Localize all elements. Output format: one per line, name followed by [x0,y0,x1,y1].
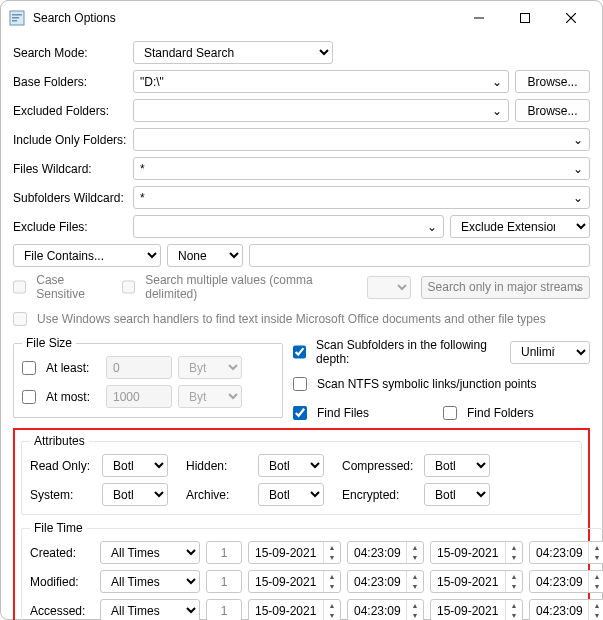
modified-from-time[interactable]: 04:23:09▲▼ [347,570,424,593]
spin-up-icon[interactable]: ▲ [407,542,423,553]
multi-values-label: Search multiple values (comma delimited) [145,273,356,301]
spin-down-icon[interactable]: ▼ [407,553,423,564]
accessed-from-time[interactable]: 04:23:09▲▼ [347,599,424,620]
base-folders-value: "D:\" [140,75,502,89]
subfolders-wildcard-combo[interactable]: * ⌄ [133,186,590,209]
accessed-from-date[interactable]: 15-09-2021▲▼ [248,599,341,620]
base-folders-label: Base Folders: [13,75,133,89]
at-least-label: At least: [46,361,89,375]
spin-up-icon[interactable]: ▲ [407,571,423,582]
created-from-time[interactable]: 04:23:09▲▼ [347,541,424,564]
archive-select[interactable]: Both [258,483,324,506]
svg-rect-3 [12,20,17,22]
files-wildcard-value: * [140,162,583,176]
browse-base-button[interactable]: Browse... [515,70,590,93]
compressed-select[interactable]: Both [424,454,490,477]
spin-down-icon[interactable]: ▼ [589,582,603,593]
at-most-check[interactable]: At most: [22,390,106,404]
created-num-input [206,541,242,564]
app-icon [9,10,25,26]
accessed-label: Accessed: [30,604,94,618]
created-to-date[interactable]: 15-09-2021▲▼ [430,541,523,564]
include-only-combo[interactable]: ⌄ [133,128,590,151]
spin-up-icon[interactable]: ▲ [589,600,603,611]
accessed-mode-select[interactable]: All Times [100,599,200,620]
spin-up-icon[interactable]: ▲ [589,542,603,553]
spin-up-icon[interactable]: ▲ [324,600,340,611]
spin-up-icon[interactable]: ▲ [506,571,522,582]
spin-down-icon[interactable]: ▼ [407,611,423,621]
system-label: System: [30,488,102,502]
find-folders-check[interactable]: Find Folders [443,406,534,420]
at-least-unit[interactable]: Bytes [178,356,242,379]
modified-to-time[interactable]: 04:23:09▲▼ [529,570,603,593]
created-from-date[interactable]: 15-09-2021▲▼ [248,541,341,564]
hidden-select[interactable]: Both [258,454,324,477]
file-contains-mode-select[interactable]: None [167,244,243,267]
modified-num-input [206,570,242,593]
spin-up-icon[interactable]: ▲ [589,571,603,582]
spin-down-icon[interactable]: ▼ [324,611,340,621]
accessed-to-date[interactable]: 15-09-2021▲▼ [430,599,523,620]
major-streams-combo[interactable]: Search only in major streams ⌄ [421,276,590,299]
read-only-select[interactable]: Both [102,454,168,477]
files-wildcard-combo[interactable]: * ⌄ [133,157,590,180]
maximize-button[interactable] [502,3,548,33]
windows-handlers-check[interactable]: Use Windows search handlers to find text… [13,312,546,326]
hidden-label: Hidden: [186,459,258,473]
file-contains-select[interactable]: File Contains... [13,244,161,267]
spin-up-icon[interactable]: ▲ [506,600,522,611]
depth-select[interactable]: Unlimited [510,341,590,364]
spin-up-icon[interactable]: ▲ [407,600,423,611]
modified-to-date[interactable]: 15-09-2021▲▼ [430,570,523,593]
spin-down-icon[interactable]: ▼ [324,553,340,564]
spin-up-icon[interactable]: ▲ [324,542,340,553]
spin-down-icon[interactable]: ▼ [407,582,423,593]
spin-down-icon[interactable]: ▼ [589,553,603,564]
accessed-to-time[interactable]: 04:23:09▲▼ [529,599,603,620]
chevron-down-icon: ⌄ [427,220,437,234]
subfolders-wildcard-label: Subfolders Wildcard: [13,191,133,205]
system-select[interactable]: Both [102,483,168,506]
spin-up-icon[interactable]: ▲ [506,542,522,553]
scan-subfolders-check[interactable]: Scan Subfolders in the following depth: [293,338,510,366]
search-mode-select[interactable]: Standard Search [133,41,333,64]
modified-mode-select[interactable]: All Times [100,570,200,593]
files-wildcard-label: Files Wildcard: [13,162,133,176]
search-mode-label: Search Mode: [13,46,133,60]
modified-label: Modified: [30,575,94,589]
spin-down-icon[interactable]: ▼ [589,611,603,621]
at-least-check[interactable]: At least: [22,361,106,375]
minimize-button[interactable] [456,3,502,33]
at-most-unit[interactable]: Bytes [178,385,242,408]
modified-from-date[interactable]: 15-09-2021▲▼ [248,570,341,593]
exclude-files-combo[interactable]: ⌄ [133,215,444,238]
modified-to-date-text: 15-09-2021 [431,575,505,589]
highlighted-section: Attributes Read Only: Both Hidden: Both … [13,428,590,620]
modified-to-time-text: 04:23:09 [530,575,588,589]
encrypted-select[interactable]: Both [424,483,490,506]
chevron-down-icon: ⌄ [573,133,583,147]
attributes-group: Attributes Read Only: Both Hidden: Both … [21,434,582,515]
spin-up-icon[interactable]: ▲ [324,571,340,582]
or-select[interactable]: Or [367,276,411,299]
multi-values-check[interactable]: Search multiple values (comma delimited) [122,273,357,301]
excluded-folders-combo[interactable]: ⌄ [133,99,509,122]
excluded-folders-label: Excluded Folders: [13,104,133,118]
close-button[interactable] [548,3,594,33]
spin-down-icon[interactable]: ▼ [506,553,522,564]
created-to-time[interactable]: 04:23:09▲▼ [529,541,603,564]
exclude-files-label: Exclude Files: [13,220,133,234]
exclude-extensions-select[interactable]: Exclude Extensions List [450,215,590,238]
base-folders-combo[interactable]: "D:\" ⌄ [133,70,509,93]
include-only-label: Include Only Folders: [13,133,133,147]
find-files-check[interactable]: Find Files [293,406,443,420]
created-mode-select[interactable]: All Times [100,541,200,564]
spin-down-icon[interactable]: ▼ [506,582,522,593]
accessed-from-date-text: 15-09-2021 [249,604,323,618]
scan-ntfs-check[interactable]: Scan NTFS symbolic links/junction points [293,377,536,391]
case-sensitive-check[interactable]: Case Sensitive [13,273,112,301]
spin-down-icon[interactable]: ▼ [506,611,522,621]
browse-excluded-button[interactable]: Browse... [515,99,590,122]
spin-down-icon[interactable]: ▼ [324,582,340,593]
